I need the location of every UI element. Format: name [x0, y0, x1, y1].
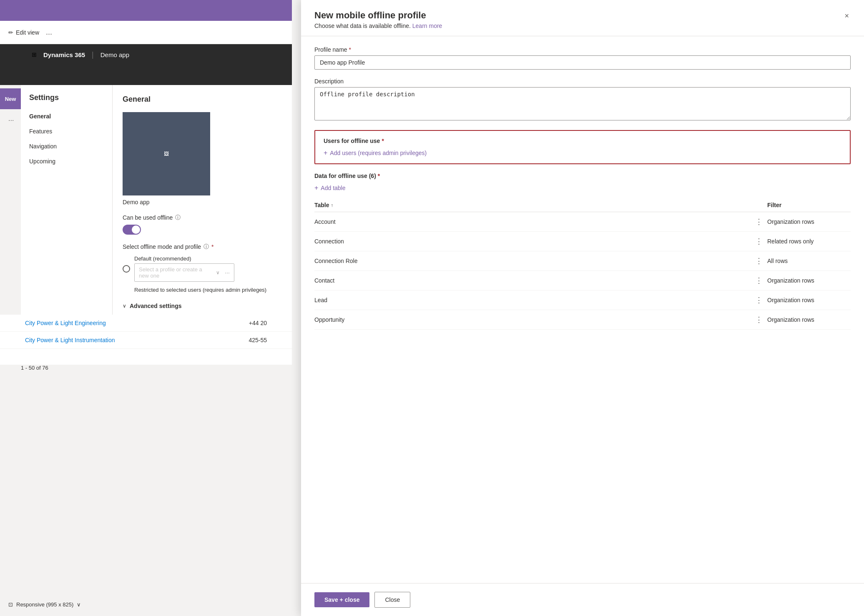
- description-label: Description: [314, 78, 851, 85]
- default-radio-option: Default (recommended) Select a profile o…: [123, 255, 282, 282]
- users-offline-section: Users for offline use * + Add users (req…: [314, 130, 851, 164]
- table-cell-account-filter: Organization rows: [767, 218, 851, 225]
- waffle-icon[interactable]: ⊞: [32, 51, 37, 58]
- description-textarea[interactable]: Offline profile description: [314, 87, 851, 120]
- info-icon: ⓘ: [175, 214, 181, 221]
- settings-title: Settings: [21, 93, 112, 109]
- app-name: Demo app: [100, 51, 129, 58]
- table-row-opportunity: Opportunity ⋮ Organization rows: [314, 310, 851, 330]
- table-row-account: Account ⋮ Organization rows: [314, 212, 851, 232]
- learn-more-link[interactable]: Learn more: [412, 23, 442, 29]
- header-row: ✏ Edit view ...: [0, 21, 292, 44]
- edit-icon: ✏: [8, 29, 13, 36]
- table-row: City Power & Light Instrumentation 425-5…: [0, 332, 292, 349]
- table-cell-connectionrole-filter: All rows: [767, 258, 851, 264]
- pagination-text: 1 - 50 of 76: [21, 365, 48, 371]
- description-field-group: Description Offline profile description: [314, 78, 851, 122]
- app-image-placeholder: 🖼: [164, 151, 169, 157]
- panel-footer: Save + close Close: [301, 583, 864, 616]
- new-button[interactable]: New: [0, 88, 21, 109]
- city-power-instrumentation-link[interactable]: City Power & Light Instrumentation: [25, 337, 115, 343]
- panel-title: New mobile offline profile: [314, 10, 442, 21]
- default-profile-dropdown[interactable]: Select a profile or create a new one ∨ ·…: [134, 263, 234, 282]
- restricted-radio-label: Restricted to selected users (requires a…: [134, 287, 282, 293]
- close-button[interactable]: Close: [374, 592, 410, 608]
- tabs-row: [0, 65, 292, 85]
- table-row-connection-role: Connection Role ⋮ All rows: [314, 251, 851, 271]
- app-image-box: 🖼: [123, 112, 210, 195]
- profile-name-input[interactable]: [314, 55, 851, 70]
- panel-subtitle-text: Choose what data is available offline.: [314, 23, 411, 29]
- default-profile-placeholder: Select a profile or create a new one: [139, 266, 213, 279]
- plus-icon: +: [324, 149, 327, 157]
- right-panel: New mobile offline profile Choose what d…: [301, 0, 864, 616]
- responsive-footer[interactable]: ⊡ Responsive (995 x 825) ∨: [8, 601, 81, 608]
- default-radio-button[interactable]: [123, 265, 130, 273]
- table-cell-connection-filter: Related rows only: [767, 238, 851, 245]
- table-row-connection: Connection ⋮ Related rows only: [314, 232, 851, 251]
- table-rows-section: City Power & Light Engineering +44 20 Ci…: [0, 315, 292, 365]
- general-section-title: General: [123, 95, 282, 104]
- table-row-dots-connectionrole[interactable]: ⋮: [751, 256, 767, 265]
- profile-name-required: *: [349, 46, 351, 53]
- toggle-thumb: [132, 225, 140, 234]
- advanced-chevron-icon: ∨: [123, 303, 126, 309]
- table-col-header: Table ↑: [314, 202, 751, 208]
- panel-close-button[interactable]: ×: [843, 10, 851, 22]
- table-cell-account-name: Account: [314, 218, 751, 225]
- chevron-down-icon: ∨: [216, 270, 220, 275]
- edit-view-label: Edit view: [16, 29, 39, 36]
- panel-subtitle: Choose what data is available offline. L…: [314, 23, 442, 29]
- table-row-dots-lead[interactable]: ⋮: [751, 295, 767, 305]
- profile-select-label: Select offline mode and profile ⓘ *: [123, 243, 282, 250]
- city-power-engineering-link[interactable]: City Power & Light Engineering: [25, 320, 106, 326]
- panel-body: Profile name * Description Offline profi…: [301, 36, 864, 583]
- add-users-label: Add users (requires admin privileges): [330, 150, 427, 156]
- toggle-section: Can be used offline ⓘ: [123, 214, 282, 235]
- responsive-label: Responsive (995 x 825): [16, 601, 73, 608]
- profile-name-field-group: Profile name *: [314, 46, 851, 70]
- default-radio-label: Default (recommended): [134, 255, 282, 262]
- responsive-icon: ⊡: [8, 601, 13, 608]
- general-content: General 🖼 Demo app Can be used offline ⓘ…: [113, 85, 292, 323]
- sidebar-item-general[interactable]: General: [21, 109, 112, 124]
- table-cell-opportunity-filter: Organization rows: [767, 316, 851, 323]
- table-row-dots-connection[interactable]: ⋮: [751, 237, 767, 246]
- add-table-link[interactable]: + Add table: [314, 184, 851, 192]
- sidebar-item-features[interactable]: Features: [21, 124, 112, 139]
- responsive-chevron-icon: ∨: [77, 601, 81, 608]
- side-dots-button[interactable]: ···: [8, 117, 14, 124]
- users-required-star: *: [382, 138, 384, 144]
- add-users-link[interactable]: + Add users (requires admin privileges): [324, 149, 841, 157]
- offline-toggle[interactable]: [123, 225, 141, 235]
- edit-view-button[interactable]: ✏ Edit view: [8, 29, 39, 36]
- sort-icon: ↑: [331, 203, 334, 208]
- table-cell-contact-name: Contact: [314, 277, 751, 284]
- sidebar-item-upcoming[interactable]: Upcoming: [21, 154, 112, 169]
- pagination: 1 - 50 of 76: [21, 365, 48, 371]
- save-close-button[interactable]: Save + close: [314, 592, 369, 607]
- panel-header: New mobile offline profile Choose what d…: [301, 0, 864, 36]
- table-row-dots-opportunity[interactable]: ⋮: [751, 315, 767, 324]
- data-offline-section: Data for offline use (6) * + Add table T…: [314, 173, 851, 330]
- header-dots-button[interactable]: ...: [46, 28, 52, 37]
- data-required-star: *: [378, 173, 380, 179]
- dynamics-title: Dynamics 365: [43, 51, 85, 58]
- table-row-lead: Lead ⋮ Organization rows: [314, 290, 851, 310]
- filter-col-header: Filter: [767, 202, 851, 208]
- table-cell-lead-name: Lead: [314, 297, 751, 303]
- table-cell-connectionrole-name: Connection Role: [314, 258, 751, 264]
- users-section-title: Users for offline use *: [324, 138, 841, 144]
- table-row-dots-account[interactable]: ⋮: [751, 217, 767, 226]
- city-power-instrumentation-phone: 425-55: [249, 337, 267, 343]
- required-star: *: [211, 243, 213, 250]
- advanced-settings-label: Advanced settings: [130, 303, 181, 309]
- data-section-title: Data for offline use (6) *: [314, 173, 851, 179]
- table-spacer-header: [751, 202, 767, 208]
- sidebar-item-navigation[interactable]: Navigation: [21, 139, 112, 154]
- table-cell-contact-filter: Organization rows: [767, 277, 851, 284]
- data-table: Table ↑ Filter Account ⋮ Organization ro…: [314, 198, 851, 330]
- table-row-dots-contact[interactable]: ⋮: [751, 276, 767, 285]
- dropdown-dots-icon: ···: [225, 269, 230, 276]
- add-table-plus-icon: +: [314, 184, 318, 192]
